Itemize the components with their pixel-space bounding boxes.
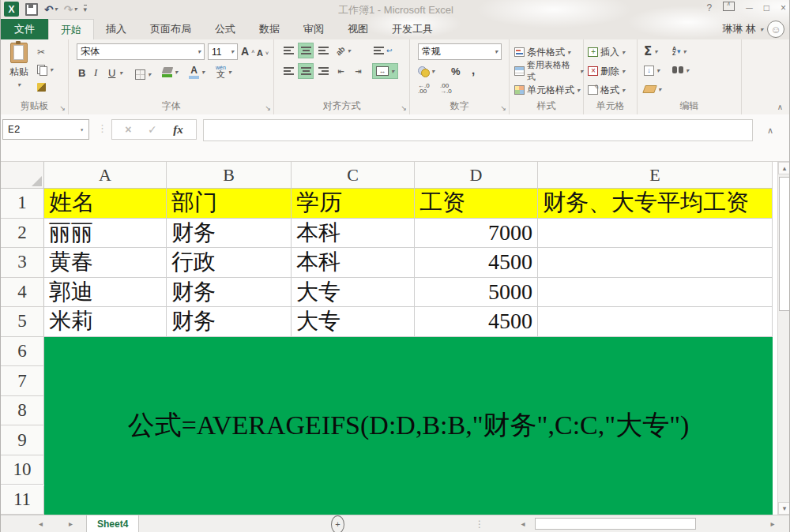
sheet-nav-left-button[interactable]: ◂: [39, 515, 43, 532]
cell-C4[interactable]: 大专: [292, 278, 415, 308]
increase-decimal-button[interactable]: ←.0.00: [418, 81, 430, 96]
increase-indent-button[interactable]: ⇥: [350, 63, 366, 79]
ribbon-tab-开发工具[interactable]: 开发工具: [380, 19, 445, 39]
avatar[interactable]: ☺: [767, 21, 784, 38]
cell-A2[interactable]: 丽丽: [44, 219, 167, 249]
minimize-button[interactable]: ─: [746, 2, 753, 13]
wrap-text-button[interactable]: ↩: [374, 43, 393, 58]
cell-D4[interactable]: 5000: [415, 278, 538, 308]
cell-E2[interactable]: [538, 219, 773, 249]
collapse-ribbon-button[interactable]: ∧: [777, 103, 783, 111]
autosum-button[interactable]: Σ▾: [644, 43, 657, 59]
align-left-button[interactable]: [280, 63, 296, 79]
redo-button[interactable]: ↷▾: [64, 4, 77, 15]
cell-C2[interactable]: 本科: [292, 219, 415, 249]
insert-cells-button[interactable]: 插入▾: [588, 44, 625, 60]
format-painter-button[interactable]: [37, 79, 46, 95]
alignment-dialog-launcher[interactable]: ↘: [401, 104, 407, 112]
ribbon-tab-公式[interactable]: 公式: [203, 19, 247, 39]
align-bottom-button[interactable]: [315, 43, 331, 58]
number-dialog-launcher[interactable]: ↘: [500, 104, 506, 112]
column-header-B[interactable]: B: [167, 162, 292, 189]
row-header-7[interactable]: 7: [1, 366, 44, 396]
decrease-indent-button[interactable]: ⇤: [333, 63, 348, 79]
font-size-combo[interactable]: 11▾: [208, 43, 238, 60]
help-button[interactable]: ?: [707, 2, 713, 13]
font-color-button[interactable]: A ▾: [189, 64, 205, 80]
maximize-button[interactable]: □: [764, 2, 769, 13]
fill-button[interactable]: ↓▾: [644, 62, 660, 78]
cell-C5[interactable]: 大专: [292, 307, 415, 337]
ribbon-tab-插入[interactable]: 插入: [94, 19, 138, 39]
sort-filter-button[interactable]: AZ▾ ▾: [672, 43, 687, 59]
ribbon-tab-数据[interactable]: 数据: [247, 19, 292, 39]
find-select-button[interactable]: ▾: [672, 62, 689, 78]
cell-B5[interactable]: 财务: [167, 307, 292, 337]
cell-E5[interactable]: [538, 307, 773, 337]
cell-B4[interactable]: 财务: [167, 278, 292, 308]
font-dialog-launcher[interactable]: ↘: [265, 104, 271, 112]
undo-button[interactable]: ↶▾: [44, 4, 58, 15]
clipboard-dialog-launcher[interactable]: ↘: [59, 104, 66, 112]
cell-B2[interactable]: 财务: [167, 219, 292, 249]
column-header-A[interactable]: A: [44, 162, 167, 189]
excel-logo-icon[interactable]: X: [4, 2, 19, 17]
row-header-5[interactable]: 5: [1, 307, 44, 337]
align-center-button[interactable]: [298, 63, 314, 79]
account-area[interactable]: 琳琳 林 ▾ ☺: [722, 19, 784, 39]
save-button[interactable]: [25, 3, 38, 16]
row-header-3[interactable]: 3: [1, 248, 44, 278]
borders-button[interactable]: ▾: [135, 66, 151, 82]
cell-B3[interactable]: 行政: [167, 248, 292, 278]
formula-input[interactable]: [203, 119, 753, 141]
close-button[interactable]: ×: [781, 2, 786, 13]
cell-D3[interactable]: 4500: [415, 248, 538, 278]
italic-button[interactable]: I: [94, 65, 97, 81]
underline-button[interactable]: U: [108, 65, 115, 81]
ribbon-tab-页面布局[interactable]: 页面布局: [138, 19, 203, 39]
row-header-8[interactable]: 8: [1, 396, 44, 426]
cell-A4[interactable]: 郭迪: [44, 278, 167, 308]
comma-style-button[interactable]: ,: [472, 62, 475, 77]
cell-D1[interactable]: 工资: [415, 189, 538, 219]
cell-A3[interactable]: 黄春: [44, 248, 167, 278]
number-format-combo[interactable]: 常规▾: [418, 43, 502, 60]
copy-button[interactable]: ▾: [37, 62, 53, 77]
cell-E1[interactable]: 财务、大专平均工资: [538, 189, 773, 219]
cell-E4[interactable]: [538, 278, 773, 308]
scroll-down-button[interactable]: ▾: [778, 502, 790, 515]
horizontal-scroll-thumb[interactable]: [535, 518, 696, 530]
insert-function-button[interactable]: fx: [173, 123, 183, 137]
customize-qat-button[interactable]: ▾: [84, 5, 88, 13]
ribbon-tab-开始[interactable]: 开始: [48, 19, 94, 39]
fill-color-button[interactable]: ▾: [162, 64, 178, 80]
clear-button[interactable]: ▾: [644, 81, 661, 97]
vertical-scrollbar[interactable]: ▴ ▾: [777, 162, 790, 515]
column-header-E[interactable]: E: [538, 162, 773, 189]
ribbon-tab-审阅[interactable]: 审阅: [292, 19, 336, 39]
cell-D2[interactable]: 7000: [415, 219, 538, 249]
scroll-left-button[interactable]: ◂: [516, 515, 530, 532]
phonetic-guide-button[interactable]: wén文 ▾: [216, 64, 231, 80]
align-middle-button[interactable]: [298, 43, 314, 58]
bold-button[interactable]: B: [78, 65, 85, 81]
increase-font-button[interactable]: A˄: [241, 43, 254, 59]
name-box[interactable]: E2 ▾: [2, 119, 89, 140]
cell-D5[interactable]: 4500: [415, 307, 538, 337]
ribbon-tab-视图[interactable]: 视图: [336, 19, 380, 39]
format-cells-button[interactable]: 格式▾: [588, 82, 625, 98]
column-header-D[interactable]: D: [415, 162, 538, 189]
paste-button[interactable]: 粘贴 ▾: [6, 43, 32, 93]
decrease-font-button[interactable]: A˅: [257, 45, 269, 61]
vertical-scroll-thumb[interactable]: [779, 177, 790, 311]
scroll-right-button[interactable]: ▸: [766, 515, 780, 532]
cell-A1[interactable]: 姓名: [44, 189, 167, 219]
row-header-1[interactable]: 1: [1, 189, 44, 219]
row-header-10[interactable]: 10: [1, 455, 44, 485]
horizontal-scrollbar[interactable]: [530, 515, 766, 532]
underline-dropdown[interactable]: ▾: [119, 65, 122, 81]
decrease-decimal-button[interactable]: .00→.0: [440, 81, 452, 96]
sheet-nav-right-button[interactable]: ▸: [69, 515, 73, 532]
percent-style-button[interactable]: %: [451, 63, 461, 79]
cancel-button[interactable]: ×: [125, 123, 131, 136]
